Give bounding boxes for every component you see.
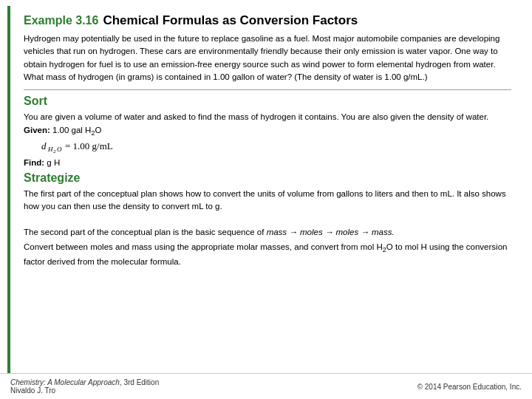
find-value: g H	[47, 158, 60, 167]
strategize-text2: The second part of the conceptual plan i…	[24, 226, 511, 239]
sequence-text: mass → moles → moles → mass.	[267, 228, 395, 236]
strategize-heading: Strategize	[24, 171, 511, 185]
copyright-text: © 2014 Pearson Education, Inc.	[417, 383, 522, 391]
svg-text:O: O	[57, 146, 62, 153]
svg-text:H: H	[47, 146, 53, 153]
sort-text: You are given a volume of water and aske…	[24, 111, 511, 123]
strategize-text3: Convert between moles and mass using the…	[24, 241, 511, 268]
book-title: Chemistry: A Molecular Approach	[10, 378, 120, 386]
footer: Chemistry: A Molecular Approach, 3rd Edi…	[0, 373, 532, 399]
page-container: Example 3.16 Chemical Formulas as Conver…	[0, 0, 532, 399]
strategize-text1: The first part of the conceptual plan sh…	[24, 188, 511, 214]
footer-left: Chemistry: A Molecular Approach, 3rd Edi…	[10, 378, 159, 395]
example-title: Chemical Formulas as Conversion Factors	[103, 13, 358, 28]
given-label: Given:	[24, 126, 50, 134]
example-header: Example 3.16 Chemical Formulas as Conver…	[24, 13, 511, 28]
example-label: Example 3.16	[24, 14, 98, 27]
author-text: Nivaldo J. Tro	[10, 386, 55, 395]
svg-text:d: d	[41, 140, 47, 151]
find-line: Find: g H	[24, 158, 511, 167]
main-content: Example 3.16 Chemical Formulas as Conver…	[7, 6, 525, 373]
given-value: 1.00 gal H2O	[52, 126, 101, 134]
edition-text: , 3rd Edition	[120, 378, 159, 386]
svg-text:= 1.00 g/mL: = 1.00 g/mL	[65, 140, 113, 151]
intro-text: Hydrogen may potentially be used in the …	[24, 33, 511, 83]
formula-svg: d H 2 O = 1.00 g/mL	[35, 139, 139, 154]
find-label: Find:	[24, 158, 44, 167]
given-line: Given: 1.00 gal H2O	[24, 126, 511, 137]
divider	[24, 89, 511, 90]
strategize-section: Strategize The first part of the concept…	[24, 171, 511, 269]
sort-section: Sort You are given a volume of water and…	[24, 95, 511, 167]
formula-line: d H 2 O = 1.00 g/mL	[35, 139, 511, 156]
svg-text:2: 2	[53, 149, 56, 154]
sort-heading: Sort	[24, 95, 511, 108]
